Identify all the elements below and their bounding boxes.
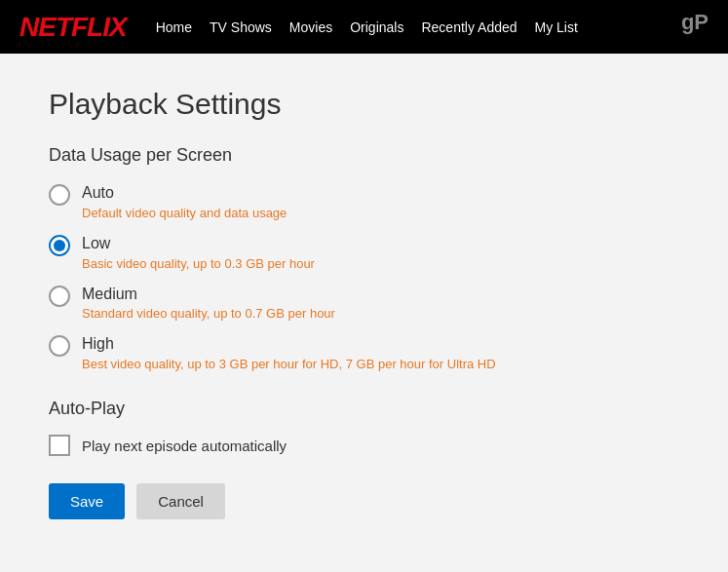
header: NETFLIX HomeTV ShowsMoviesOriginalsRecen…: [0, 0, 728, 54]
nav-item-recently-added[interactable]: Recently Added: [421, 19, 517, 36]
nav-item-tv-shows[interactable]: TV Shows: [210, 19, 272, 36]
main-nav: HomeTV ShowsMoviesOriginalsRecently Adde…: [156, 19, 578, 36]
radio-desc-high: Best video quality, up to 3 GB per hour …: [82, 357, 496, 371]
radio-label-high: HighBest video quality, up to 3 GB per h…: [82, 334, 496, 371]
button-group: Save Cancel: [49, 483, 679, 519]
radio-label-medium: MediumStandard video quality, up to 0.7 …: [82, 285, 335, 322]
gp-badge: gP: [681, 10, 709, 35]
radio-name-medium: Medium: [82, 285, 335, 305]
autoplay-checkbox[interactable]: [49, 435, 70, 456]
radio-desc-auto: Default video quality and data usage: [82, 206, 287, 220]
nav-item-home[interactable]: Home: [156, 19, 192, 36]
nav-link-tv-shows[interactable]: TV Shows: [210, 19, 272, 35]
radio-btn-medium[interactable]: [49, 286, 70, 307]
radio-label-low: LowBasic video quality, up to 0.3 GB per…: [82, 234, 315, 271]
autoplay-label: Play next episode automatically: [82, 438, 287, 454]
radio-name-high: High: [82, 334, 496, 355]
radio-btn-low[interactable]: [49, 235, 70, 256]
radio-btn-high[interactable]: [49, 335, 70, 357]
nav-item-movies[interactable]: Movies: [289, 19, 332, 36]
nav-item-originals[interactable]: Originals: [350, 19, 403, 36]
cancel-button[interactable]: Cancel: [136, 483, 225, 519]
radio-desc-low: Basic video quality, up to 0.3 GB per ho…: [82, 256, 315, 271]
save-button[interactable]: Save: [49, 483, 125, 519]
data-usage-section-title: Data Usage per Screen: [49, 145, 679, 166]
radio-btn-auto[interactable]: [49, 184, 70, 206]
nav-link-my-list[interactable]: My List: [535, 19, 578, 35]
radio-option-medium[interactable]: MediumStandard video quality, up to 0.7 …: [49, 285, 679, 322]
page-title: Playback Settings: [49, 88, 679, 121]
autoplay-section-title: Auto-Play: [49, 399, 679, 419]
radio-name-auto: Auto: [82, 183, 287, 204]
data-usage-radio-group: AutoDefault video quality and data usage…: [49, 183, 679, 371]
radio-name-low: Low: [82, 234, 315, 254]
netflix-logo[interactable]: NETFLIX: [19, 12, 127, 43]
nav-link-movies[interactable]: Movies: [289, 19, 332, 35]
radio-desc-medium: Standard video quality, up to 0.7 GB per…: [82, 306, 335, 321]
radio-option-auto[interactable]: AutoDefault video quality and data usage: [49, 183, 679, 220]
radio-option-high[interactable]: HighBest video quality, up to 3 GB per h…: [49, 334, 679, 371]
nav-item-my-list[interactable]: My List: [535, 19, 578, 36]
nav-link-originals[interactable]: Originals: [350, 19, 403, 35]
nav-link-home[interactable]: Home: [156, 19, 192, 35]
radio-label-auto: AutoDefault video quality and data usage: [82, 183, 287, 220]
main-content: Playback Settings Data Usage per Screen …: [0, 54, 728, 549]
radio-option-low[interactable]: LowBasic video quality, up to 0.3 GB per…: [49, 234, 679, 271]
autoplay-checkbox-option[interactable]: Play next episode automatically: [49, 435, 679, 456]
nav-link-recently-added[interactable]: Recently Added: [421, 19, 517, 35]
